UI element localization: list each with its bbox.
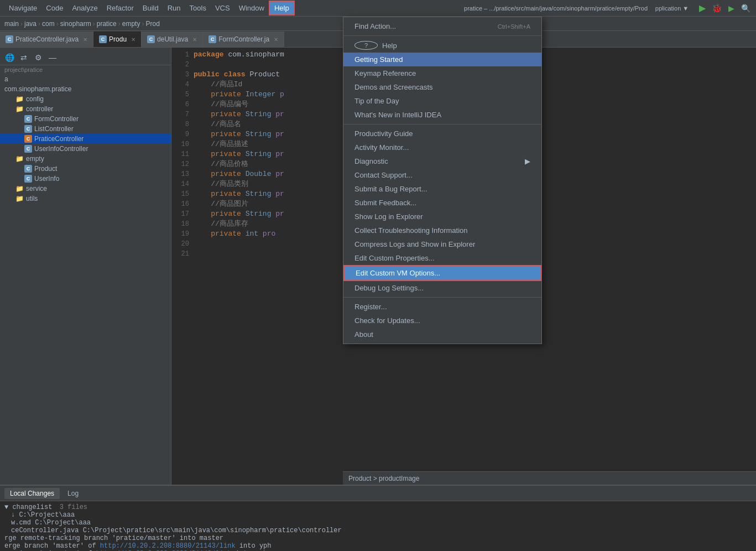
menu-tip-of-day[interactable]: Tip of the Day <box>343 94 541 108</box>
run-button[interactable]: ▶ <box>696 2 708 14</box>
tab-pratice-controller[interactable]: C PraticeController.java ✕ <box>0 32 93 47</box>
menu-diagnostic[interactable]: Diagnostic ▶ <box>343 154 541 168</box>
sidebar-minimize-btn[interactable]: — <box>46 51 59 64</box>
tab-deutil[interactable]: C deUtil.java ✕ <box>142 32 203 47</box>
folder-icon-utils: 📁 <box>15 195 24 202</box>
bottom-line-2-prefix: w.cmd <box>11 519 35 527</box>
bottom-line-5-link[interactable]: http://10.20.2.208:8880/21143/link <box>100 542 236 550</box>
menu-demos[interactable]: Demos and Screencasts <box>343 80 541 94</box>
class-icon-form: C <box>24 115 32 123</box>
menu-help-item[interactable]: ? Help <box>343 38 541 53</box>
menu-find-action[interactable]: Find Action... Ctrl+Shift+A <box>343 19 541 33</box>
sidebar-item-praticecontroller[interactable]: C PraticeController <box>0 134 171 144</box>
menu-submit-bug[interactable]: Submit a Bug Report... <box>343 182 541 196</box>
sidebar-item-controller[interactable]: 📁 controller <box>0 104 171 114</box>
search-button[interactable]: 🔍 <box>739 2 752 14</box>
sidebar-item-listcontroller[interactable]: C ListController <box>0 124 171 134</box>
sidebar-item-utils[interactable]: 📁 utils <box>0 194 171 204</box>
sidebar-item-userinfo[interactable]: C UserInfo <box>0 174 171 184</box>
line-num-20: 20 <box>171 239 194 249</box>
menu-code[interactable]: Code <box>41 2 67 14</box>
bottom-tab-local-changes[interactable]: Local Changes <box>4 488 60 499</box>
sidebar-item-package[interactable]: com.sinopharm.pratice <box>0 84 171 94</box>
menu-vcs[interactable]: VCS <box>211 2 234 14</box>
menu-edit-custom-props[interactable]: Edit Custom Properties... <box>343 251 541 265</box>
line-num-15: 15 <box>171 189 194 199</box>
sidebar-listcontroller-label: ListController <box>34 125 74 133</box>
menu-help[interactable]: Help <box>269 1 295 15</box>
line-num-18: 18 <box>171 219 194 229</box>
sidebar-item-service[interactable]: 📁 service <box>0 184 171 194</box>
tab-icon-pratice: C <box>6 35 13 43</box>
line-num-14: 14 <box>171 179 194 189</box>
tab-formcontroller[interactable]: C FormController.ja ✕ <box>203 32 284 47</box>
menu-refactor[interactable]: Refactor <box>102 2 138 14</box>
menu-keymap-ref[interactable]: Keymap Reference <box>343 66 541 80</box>
line-num-7: 7 <box>171 110 194 119</box>
line-content-15: private String pr <box>194 189 284 199</box>
menu-collect-troubleshooting[interactable]: Collect Troubleshooting Information <box>343 223 541 237</box>
menu-whats-new[interactable]: What's New in IntelliJ IDEA <box>343 108 541 122</box>
menu-about[interactable]: About <box>343 328 541 341</box>
bottom-tab-log[interactable]: Log <box>62 488 84 499</box>
menu-activity-monitor[interactable]: Activity Monitor... <box>343 141 541 154</box>
activity-label: Activity Monitor... <box>354 143 409 152</box>
sidebar-userinfocontroller-label: UserInfoController <box>34 145 88 153</box>
sidebar-item-config[interactable]: 📁 config <box>0 94 171 104</box>
sidebar-item-a-label: a <box>4 75 8 83</box>
sidebar-item-a[interactable]: a <box>0 74 171 84</box>
breadcrumb-main[interactable]: main <box>4 20 19 28</box>
line-num-13: 13 <box>171 169 194 179</box>
breadcrumb-java[interactable]: java <box>24 20 37 28</box>
menu-submit-feedback[interactable]: Submit Feedback... <box>343 196 541 210</box>
sidebar-service-label: service <box>26 185 47 193</box>
menu-tools[interactable]: Tools <box>185 2 211 14</box>
sidebar-praticecontroller-label: PraticeController <box>34 135 84 143</box>
sidebar-item-empty[interactable]: 📁 empty <box>0 154 171 164</box>
sidebar-globe-btn[interactable]: 🌐 <box>3 51 15 64</box>
tab-close-deutil[interactable]: ✕ <box>192 37 197 43</box>
coverage-button[interactable]: ▶ <box>725 2 737 14</box>
menu-compress-logs[interactable]: Compress Logs and Show in Explorer <box>343 237 541 251</box>
bottom-line-4-text: rge remote-tracking branch 'pratice/mast… <box>4 534 223 542</box>
sidebar-item-product[interactable]: C Product <box>0 164 171 174</box>
menu-debug-log[interactable]: Debug Log Settings... <box>343 281 541 295</box>
sidebar-item-userinfocontroller[interactable]: C UserInfoController <box>0 144 171 154</box>
debug-button[interactable]: 🐞 <box>711 2 723 14</box>
breadcrumb-empty[interactable]: empty <box>122 20 140 28</box>
menu-build[interactable]: Build <box>138 2 163 14</box>
tab-product[interactable]: C Produ ✕ <box>93 32 142 47</box>
app-selector[interactable]: pplication ▼ <box>650 2 694 14</box>
breadcrumb-class[interactable]: Prod <box>145 20 159 28</box>
menu-analyze[interactable]: Analyze <box>67 2 102 14</box>
sidebar-root: project\pratice <box>0 65 171 74</box>
find-action-shortcut: Ctrl+Shift+A <box>498 23 530 30</box>
tab-close-form[interactable]: ✕ <box>274 37 278 43</box>
breadcrumb-sinopharm[interactable]: sinopharm <box>60 20 91 28</box>
menu-productivity[interactable]: Productivity Guide <box>343 127 541 141</box>
menu-edit-custom-vm[interactable]: Edit Custom VM Options... <box>343 265 541 281</box>
menu-check-updates[interactable]: Check for Updates... <box>343 314 541 328</box>
line-num-5: 5 <box>171 90 194 100</box>
tab-close-pratice[interactable]: ✕ <box>83 37 87 43</box>
show-log-label: Show Log in Explorer <box>354 212 423 221</box>
breadcrumb-pratice[interactable]: pratice <box>97 20 117 28</box>
menu-contact-support[interactable]: Contact Support... <box>343 168 541 182</box>
sidebar-item-formcontroller[interactable]: C FormController <box>0 114 171 124</box>
menu-getting-started[interactable]: Getting Started <box>343 53 541 66</box>
collect-troubleshooting-label: Collect Troubleshooting Information <box>354 226 468 235</box>
contact-support-label: Contact Support... <box>354 171 413 179</box>
find-action-label: Find Action... <box>354 22 396 30</box>
menu-navigate[interactable]: Navigate <box>4 2 41 14</box>
menu-show-log[interactable]: Show Log in Explorer <box>343 210 541 223</box>
sidebar-settings-btn[interactable]: ⚙ <box>32 51 44 64</box>
sidebar-sync-btn[interactable]: ⇄ <box>18 51 30 64</box>
menu-run[interactable]: Run <box>163 2 185 14</box>
menu-window[interactable]: Window <box>234 2 269 14</box>
folder-icon-controller: 📁 <box>15 105 24 113</box>
line-num-16: 16 <box>171 199 194 209</box>
menu-register[interactable]: Register... <box>343 300 541 314</box>
breadcrumb-com[interactable]: com <box>42 20 55 28</box>
changelist-label: ▼ <box>4 503 12 511</box>
tab-close-product[interactable]: ✕ <box>131 37 135 43</box>
